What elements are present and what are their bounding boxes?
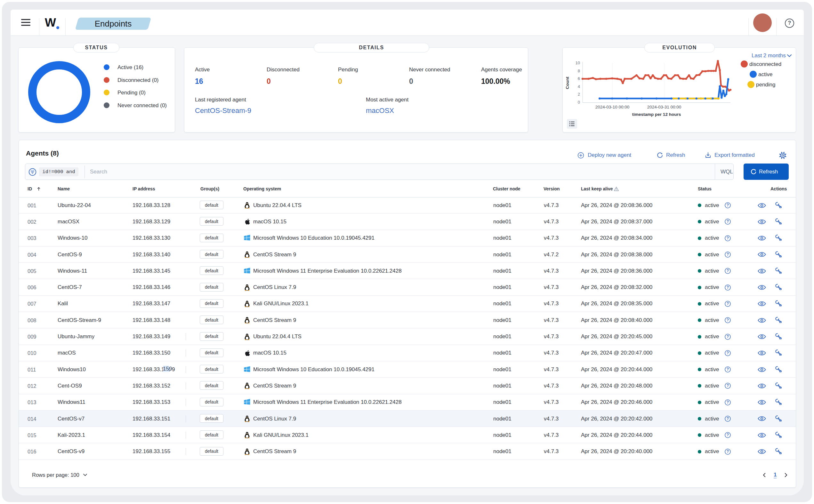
- svg-text:?: ?: [726, 318, 729, 322]
- svg-text:0: 0: [578, 100, 580, 105]
- svg-text:?: ?: [726, 236, 729, 240]
- svg-text:6: 6: [578, 76, 580, 81]
- svg-text:?: ?: [726, 400, 729, 404]
- svg-text:?: ?: [726, 301, 729, 306]
- svg-text:?: ?: [726, 220, 729, 224]
- svg-text:?: ?: [726, 203, 729, 207]
- svg-text:?: ?: [726, 367, 729, 372]
- svg-text:?: ?: [726, 269, 729, 273]
- svg-text:?: ?: [788, 20, 791, 26]
- svg-text:4: 4: [578, 84, 580, 89]
- svg-text:?: ?: [726, 416, 729, 421]
- svg-text:?: ?: [726, 351, 729, 355]
- svg-text:10: 10: [576, 60, 580, 65]
- svg-text:?: ?: [726, 384, 729, 388]
- svg-text:8: 8: [578, 68, 580, 73]
- svg-text:?: ?: [726, 334, 729, 339]
- svg-text:?: ?: [726, 285, 729, 290]
- svg-text:2024-03-31 00:00: 2024-03-31 00:00: [647, 105, 681, 109]
- svg-text:?: ?: [726, 433, 729, 437]
- svg-text:Count: Count: [565, 76, 570, 89]
- svg-text:?: ?: [726, 252, 729, 257]
- svg-text:2: 2: [578, 92, 580, 97]
- svg-text:?: ?: [726, 449, 729, 454]
- svg-text:2024-03-10 00:00: 2024-03-10 00:00: [595, 105, 630, 109]
- svg-text:timestamp per 12 hours: timestamp per 12 hours: [632, 112, 681, 117]
